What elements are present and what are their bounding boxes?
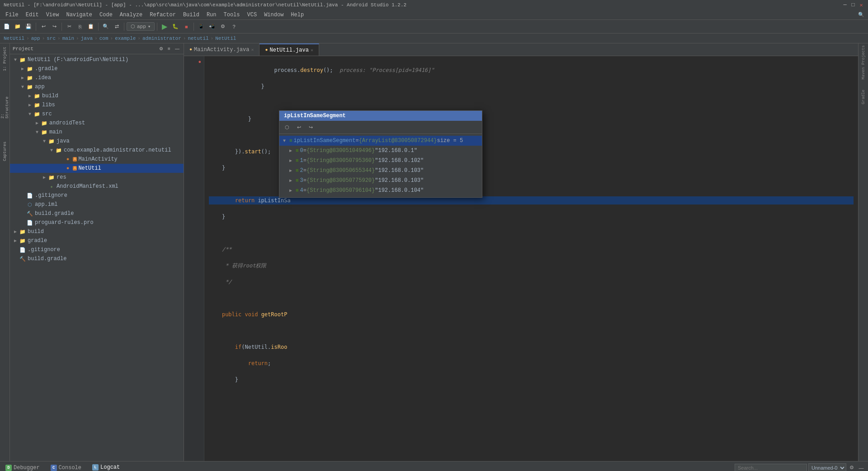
debug-row-3[interactable]: ▶ ≡ 2 = {String@830050655344} "192.168.0… bbox=[279, 166, 482, 176]
breadcrumb-netutil[interactable]: NetUtil bbox=[4, 36, 24, 41]
tree-item-mainactivity[interactable]: ● A MainActivity bbox=[10, 155, 184, 164]
tree-item-com-example[interactable]: ▼ 📁 com.example.administrator.netutil bbox=[10, 146, 184, 155]
window-controls[interactable]: ─ □ ✕ bbox=[842, 2, 864, 8]
debug-row-1[interactable]: ▶ ≡ 0 = {String@830051049496} "192.168.0… bbox=[279, 146, 482, 156]
breadcrumb-netutilpkg[interactable]: netutil bbox=[188, 36, 208, 41]
settings-button[interactable]: ⚙ bbox=[218, 22, 228, 32]
tab-mainactivity-close[interactable]: ✕ bbox=[251, 47, 254, 52]
tree-arrow-gradle[interactable]: ▶ bbox=[19, 66, 26, 71]
debug-row-0[interactable]: ▼ ≡ ipListInSameSegment = {ArrayList@830… bbox=[279, 136, 482, 146]
gradle-tab-right[interactable]: Gradle bbox=[861, 90, 866, 104]
menu-edit[interactable]: Edit bbox=[22, 11, 42, 19]
tree-arrow-idea[interactable]: ▶ bbox=[19, 75, 26, 81]
menu-refactor[interactable]: Refactor bbox=[146, 11, 179, 19]
tree-item-gradle[interactable]: ▶ 📁 .gradle bbox=[10, 64, 184, 73]
paste-button[interactable]: 📋 bbox=[86, 22, 96, 32]
close-button[interactable]: ✕ bbox=[858, 2, 864, 8]
breadcrumb-administrator[interactable]: administrator bbox=[142, 36, 181, 41]
breadcrumb-example[interactable]: example bbox=[115, 36, 136, 41]
menu-run[interactable]: Run bbox=[203, 11, 220, 19]
tree-item-src[interactable]: ▼ 📁 src bbox=[10, 109, 184, 119]
cut-button[interactable]: ✂ bbox=[64, 22, 74, 32]
debug-popup-forward[interactable]: ↩ bbox=[294, 122, 304, 132]
debug-expand-1[interactable]: ▶ bbox=[289, 148, 296, 153]
replace-button[interactable]: ⇄ bbox=[112, 22, 122, 32]
copy-button[interactable]: ⎘ bbox=[75, 22, 85, 32]
stop-button[interactable]: ■ bbox=[181, 22, 191, 32]
debug-row-5[interactable]: ▶ ≡ 4 = {String@830050796104} "192.168.0… bbox=[279, 186, 482, 195]
tree-arrow-libs[interactable]: ▶ bbox=[26, 102, 33, 108]
run-button[interactable]: ▶ bbox=[160, 22, 170, 32]
breadcrumb-java[interactable]: java bbox=[81, 36, 93, 41]
menu-view[interactable]: View bbox=[42, 11, 63, 19]
breadcrumb-netutilclass[interactable]: NetUtil bbox=[215, 36, 236, 41]
tree-arrow-com-example[interactable]: ▼ bbox=[48, 148, 55, 153]
sdk-manager-button[interactable]: 📱 bbox=[196, 22, 206, 32]
minimize-button[interactable]: ─ bbox=[842, 2, 848, 8]
tree-arrow-res[interactable]: ▶ bbox=[41, 175, 48, 180]
avd-manager-button[interactable]: 📲 bbox=[207, 22, 217, 32]
tree-item-proguard[interactable]: 📄 proguard-rules.pro bbox=[10, 218, 184, 227]
new-file-button[interactable]: 📄 bbox=[2, 22, 12, 32]
tree-item-libs[interactable]: ▶ 📁 libs bbox=[10, 100, 184, 109]
tree-item-buildgradle-root[interactable]: 🔨 build.gradle bbox=[10, 254, 184, 263]
project-side-tab[interactable]: 1: Project bbox=[0, 45, 9, 72]
captures-side-tab[interactable]: Captures bbox=[0, 138, 9, 165]
tree-arrow-root[interactable]: ▼ bbox=[12, 57, 19, 62]
debug-popup-back[interactable]: ⬡ bbox=[282, 122, 292, 132]
tree-item-app[interactable]: ▼ 📁 app bbox=[10, 82, 184, 91]
tree-item-main[interactable]: ▼ 📁 main bbox=[10, 128, 184, 137]
tree-item-gitignore[interactable]: 📄 .gitignore bbox=[10, 191, 184, 200]
logcat-filter-input[interactable] bbox=[735, 464, 807, 471]
breadcrumb-com[interactable]: com bbox=[99, 36, 108, 41]
tree-arrow-build-root[interactable]: ▶ bbox=[12, 229, 19, 234]
bottom-panel-settings[interactable]: ⚙ bbox=[848, 464, 856, 471]
tree-arrow-gradle-root[interactable]: ▶ bbox=[12, 238, 19, 243]
tree-arrow-main[interactable]: ▼ bbox=[33, 130, 41, 135]
tree-arrow-androidtest[interactable]: ▶ bbox=[33, 120, 41, 126]
menu-vcs[interactable]: VCS bbox=[244, 11, 261, 19]
logcat-filter-dropdown[interactable]: Unnamed-0 bbox=[808, 463, 846, 471]
debug-row-2[interactable]: ▶ ≡ 1 = {String@830050795360} "192.168.0… bbox=[279, 156, 482, 166]
tree-item-build-root[interactable]: ▶ 📁 build bbox=[10, 227, 184, 236]
tree-item-build[interactable]: ▶ 📁 build bbox=[10, 91, 184, 100]
debug-expand-2[interactable]: ▶ bbox=[289, 158, 296, 163]
tree-item-buildgradle[interactable]: 🔨 build.gradle bbox=[10, 209, 184, 218]
tree-item-java[interactable]: ▼ 📁 java bbox=[10, 137, 184, 146]
maven-projects-tab[interactable]: Maven Projects bbox=[861, 45, 866, 80]
menu-help[interactable]: Help bbox=[287, 11, 307, 19]
gear-button[interactable]: ≡ bbox=[165, 45, 173, 52]
menu-tools[interactable]: Tools bbox=[220, 11, 244, 19]
tree-item-appiml[interactable]: ⬡ app.iml bbox=[10, 200, 184, 209]
tab-netutil-close[interactable]: ✕ bbox=[311, 48, 313, 53]
bottom-panel-minimize[interactable]: — bbox=[857, 464, 865, 471]
menu-window[interactable]: Window bbox=[260, 11, 287, 19]
tree-arrow-src[interactable]: ▼ bbox=[26, 112, 33, 117]
tab-mainactivity[interactable]: ● MainActivity.java ✕ bbox=[184, 43, 259, 56]
tree-item-gradle-root[interactable]: ▶ 📁 gradle bbox=[10, 236, 184, 245]
debug-expand-5[interactable]: ▶ bbox=[289, 188, 296, 193]
sync-button[interactable]: ⚙ bbox=[157, 45, 165, 52]
debug-button[interactable]: 🐛 bbox=[170, 22, 180, 32]
structure-side-tab[interactable]: 2: Structure bbox=[0, 91, 9, 119]
menu-analyze[interactable]: Analyze bbox=[116, 11, 146, 19]
debug-popup-expand[interactable]: ↪ bbox=[306, 122, 316, 132]
open-button[interactable]: 📁 bbox=[13, 22, 23, 32]
tab-console[interactable]: C Console bbox=[45, 463, 87, 471]
search-everywhere-button[interactable]: 🔍 bbox=[856, 10, 866, 20]
tree-arrow-build[interactable]: ▶ bbox=[26, 93, 33, 99]
tree-item-netutil[interactable]: ● A NetUtil bbox=[10, 164, 184, 173]
find-button[interactable]: 🔍 bbox=[101, 22, 111, 32]
collapse-button[interactable]: — bbox=[174, 45, 181, 52]
tab-netutil[interactable]: ● NetUtil.java ✕ bbox=[259, 43, 319, 56]
undo-button[interactable]: ↩ bbox=[38, 22, 48, 32]
menu-navigate[interactable]: Navigate bbox=[62, 11, 96, 19]
redo-button[interactable]: ↪ bbox=[49, 22, 59, 32]
help-toolbar-button[interactable]: ? bbox=[229, 22, 239, 32]
tab-debugger[interactable]: D Debugger bbox=[0, 463, 45, 471]
tree-arrow-java[interactable]: ▼ bbox=[41, 139, 48, 144]
tree-item-res[interactable]: ▶ 📁 res bbox=[10, 173, 184, 182]
debug-row-4[interactable]: ▶ ≡ 3 = {String@830050775920} "192.168.0… bbox=[279, 176, 482, 186]
tree-item-androidtest[interactable]: ▶ 📁 androidTest bbox=[10, 119, 184, 128]
app-dropdown[interactable]: ⬡ app ▾ bbox=[127, 22, 155, 31]
